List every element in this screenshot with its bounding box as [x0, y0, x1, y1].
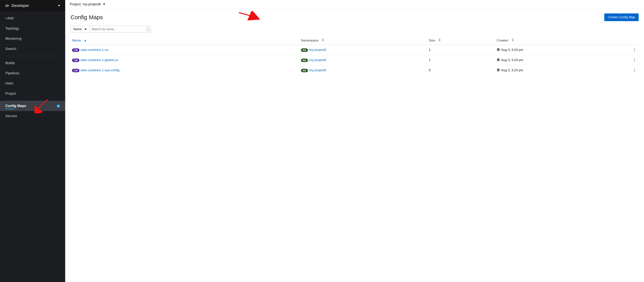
sort-icon — [322, 38, 324, 42]
col-label: Name — [72, 39, 81, 42]
project-prefix: Project: — [70, 2, 82, 6]
nav-group: Config Maps Secrets — [0, 101, 65, 121]
configmap-link[interactable]: web-coolstore-1-global-ca — [80, 58, 118, 62]
col-label: Size — [429, 39, 435, 42]
sidebar-item-topology[interactable]: Topology — [0, 24, 65, 34]
kebab-menu[interactable] — [632, 48, 637, 52]
created-cell: Aug 3, 3:24 pm — [495, 45, 630, 55]
project-value: my-project8 — [83, 2, 101, 6]
filter-toolbar: Name / — [65, 24, 644, 36]
size-cell: 1 — [427, 45, 495, 55]
table-row: CMweb-coolstore-1-sys-configNSmy-project… — [70, 65, 639, 75]
nav-label: Project — [5, 92, 16, 96]
col-label: Namespace — [301, 39, 318, 42]
nav-label: Secrets — [5, 114, 17, 118]
nav-label: Pipelines — [5, 71, 19, 75]
namespace-link[interactable]: my-project8 — [309, 58, 326, 62]
cm-badge: CM — [72, 69, 79, 72]
sidebar-item-secrets[interactable]: Secrets — [0, 111, 65, 121]
sidebar-item-helm[interactable]: Helm — [0, 78, 65, 89]
nav-label: Monitoring — [5, 37, 22, 41]
table-row: CMweb-coolstore-1-caNSmy-project81Aug 3,… — [70, 45, 639, 55]
kbd-hint: / — [146, 28, 150, 31]
nav-group: Builds Pipelines Helm Project — [0, 56, 65, 101]
sort-icon — [512, 38, 514, 42]
sidebar-item-builds[interactable]: Builds — [0, 58, 65, 68]
kebab-menu[interactable] — [632, 58, 637, 62]
sort-icon — [439, 38, 440, 42]
sidebar: Developer +Add Topology Monitoring Searc… — [0, 0, 65, 282]
create-configmap-button[interactable]: Create Config Map — [604, 14, 639, 21]
cm-badge: CM — [72, 59, 79, 62]
sidebar-item-add[interactable]: +Add — [0, 13, 65, 24]
nav-label: +Add — [5, 16, 14, 20]
sidebar-item-pipelines[interactable]: Pipelines — [0, 68, 65, 78]
page-header: Config Maps Create Config Map — [65, 9, 644, 24]
size-cell: 1 — [427, 55, 495, 65]
nav-label: Topology — [5, 27, 19, 31]
table-row: CMweb-coolstore-1-global-caNSmy-project8… — [70, 55, 639, 65]
main-content: Project: my-project8 Config Maps Create … — [65, 0, 644, 282]
search-input[interactable] — [90, 26, 146, 33]
created-cell: Aug 3, 3:24 pm — [495, 55, 630, 65]
dev-code-icon — [5, 4, 9, 8]
ns-badge: NS — [301, 48, 308, 52]
col-namespace[interactable]: Namespace — [300, 36, 427, 45]
page-title: Config Maps — [70, 14, 604, 21]
sidebar-item-configmaps[interactable]: Config Maps — [0, 101, 65, 111]
configmap-link[interactable]: web-coolstore-1-sys-config — [80, 68, 120, 72]
kebab-menu[interactable] — [632, 69, 637, 72]
nav-label: Config Maps — [5, 104, 26, 108]
col-label: Created — [496, 39, 508, 42]
sidebar-item-monitoring[interactable]: Monitoring — [0, 34, 65, 44]
namespace-link[interactable]: my-project8 — [309, 68, 326, 72]
globe-icon — [496, 58, 500, 62]
nav-label: Search — [5, 47, 16, 51]
minus-badge-icon — [57, 104, 60, 108]
nav-label: Builds — [5, 61, 15, 65]
chevron-down-icon — [84, 29, 87, 30]
col-size[interactable]: Size — [427, 36, 495, 45]
col-name[interactable]: Name — [70, 36, 300, 45]
configmap-link[interactable]: web-coolstore-1-ca — [80, 48, 108, 52]
sidebar-item-project[interactable]: Project — [0, 89, 65, 99]
perspective-switcher[interactable]: Developer — [0, 0, 65, 11]
created-cell: Aug 3, 3:24 pm — [495, 65, 630, 75]
nav-group: +Add Topology Monitoring Search — [0, 11, 65, 56]
chevron-down-icon — [58, 5, 60, 6]
cm-badge: CM — [72, 48, 79, 52]
globe-icon — [496, 68, 500, 73]
nav-label: Helm — [5, 81, 14, 85]
perspective-label: Developer — [12, 4, 56, 8]
project-selector[interactable]: Project: my-project8 — [65, 0, 644, 9]
ns-badge: NS — [301, 69, 308, 72]
sidebar-item-search[interactable]: Search — [0, 44, 65, 54]
sort-asc-icon — [84, 40, 86, 41]
col-created[interactable]: Created — [495, 36, 630, 45]
namespace-link[interactable]: my-project8 — [309, 48, 326, 52]
chevron-down-icon — [103, 4, 105, 5]
filter-field-dropdown[interactable]: Name — [70, 26, 90, 33]
ns-badge: NS — [301, 59, 308, 62]
filter-field-label: Name — [74, 28, 82, 31]
search-input-wrap: / — [90, 26, 151, 33]
size-cell: 0 — [427, 65, 495, 75]
globe-icon — [496, 48, 500, 52]
svg-line-0 — [7, 5, 8, 7]
table: Name Namespace Size Created — [65, 36, 644, 75]
